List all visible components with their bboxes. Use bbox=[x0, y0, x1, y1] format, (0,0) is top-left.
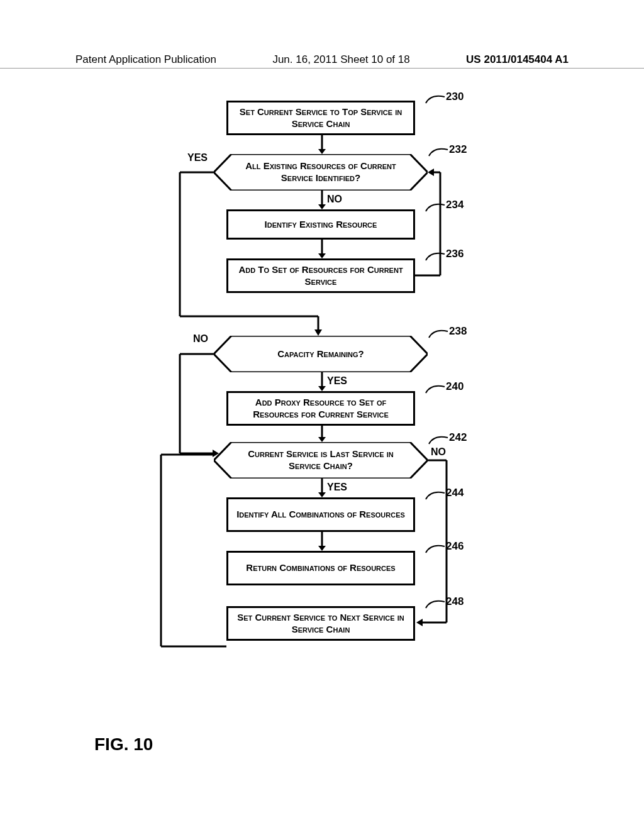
svg-marker-15 bbox=[314, 329, 322, 336]
decision-238-text: Capacity Remaining? bbox=[214, 348, 428, 360]
label-242-yes: YES bbox=[327, 482, 347, 493]
svg-marker-27 bbox=[318, 492, 326, 497]
svg-marker-24 bbox=[318, 437, 326, 442]
arrow-238-240 bbox=[318, 372, 326, 391]
process-244: Identify All Combinations of Resources bbox=[226, 497, 415, 532]
svg-marker-18 bbox=[318, 386, 326, 391]
figure-label: FIG. 10 bbox=[94, 734, 153, 755]
page-content: Set Current Service to Top Service in Se… bbox=[0, 63, 644, 817]
process-246-text: Return Combinations of Resources bbox=[246, 562, 395, 574]
decision-242: Current Service is Last Service in Servi… bbox=[214, 442, 428, 479]
svg-marker-1 bbox=[318, 149, 326, 154]
decision-238: Capacity Remaining? bbox=[214, 336, 428, 372]
label-232-yes: YES bbox=[187, 152, 208, 163]
process-240-text: Add Proxy Resource to Set of Resources f… bbox=[235, 397, 407, 421]
arrow-240-242 bbox=[318, 426, 326, 442]
svg-marker-29 bbox=[318, 546, 326, 551]
path-242-248 bbox=[415, 456, 453, 626]
arrow-242-244 bbox=[318, 479, 326, 497]
process-244-text: Identify All Combinations of Resources bbox=[236, 509, 405, 521]
label-232-no: NO bbox=[327, 194, 342, 205]
process-248-text: Set Current Service to Next Service in S… bbox=[235, 612, 407, 636]
loop-236-232 bbox=[415, 169, 450, 279]
process-240: Add Proxy Resource to Set of Resources f… bbox=[226, 391, 415, 426]
process-246: Return Combinations of Resources bbox=[226, 551, 415, 585]
arrow-230-232 bbox=[318, 135, 326, 154]
svg-marker-33 bbox=[416, 619, 423, 626]
process-248: Set Current Service to Next Service in S… bbox=[226, 606, 415, 641]
path-248-232 bbox=[157, 169, 230, 650]
svg-marker-10 bbox=[428, 169, 434, 176]
process-230-text: Set Current Service to Top Service in Se… bbox=[235, 106, 407, 130]
process-230: Set Current Service to Top Service in Se… bbox=[226, 101, 415, 135]
decision-242-text: Current Service is Last Service in Servi… bbox=[214, 448, 428, 472]
arrow-244-246 bbox=[318, 532, 326, 551]
label-238-yes: YES bbox=[327, 375, 347, 387]
